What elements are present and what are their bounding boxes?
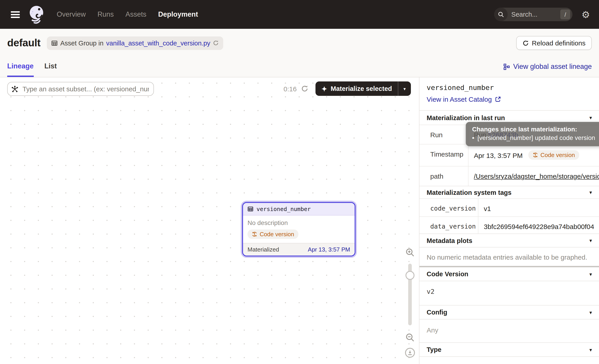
tabs-row: Lineage List View global asset lineage xyxy=(7,62,592,77)
path-label: path xyxy=(419,166,468,186)
tab-lineage[interactable]: Lineage xyxy=(7,62,34,77)
code-version-label: code_version xyxy=(419,199,478,217)
timestamp-value: Apr 13, 3:57 PM Code version xyxy=(468,144,599,166)
download-icon xyxy=(407,350,413,355)
tooltip-item: • [versioned_number] updated code versio… xyxy=(472,134,599,141)
zoom-in-icon[interactable] xyxy=(405,247,415,257)
definition-code-version-value: v2 xyxy=(419,281,599,305)
main-area: 0:16 ✦ Materialize selected ▾ vers xyxy=(0,77,599,364)
search-box[interactable]: / xyxy=(494,8,573,21)
reload-definitions-button[interactable]: Reload definitions xyxy=(516,36,592,50)
data-version-label: data_version xyxy=(419,217,478,234)
section-config[interactable]: Config ▾ xyxy=(419,305,599,319)
search-shortcut-badge: / xyxy=(560,9,570,19)
chevron-down-icon: ▾ xyxy=(590,238,592,243)
section-type[interactable]: Type ▾ xyxy=(419,342,599,356)
nav-item-overview[interactable]: Overview xyxy=(57,10,86,18)
zoom-slider-track[interactable] xyxy=(408,264,412,325)
timestamp-row: Timestamp Apr 13, 3:57 PM Code version xyxy=(419,144,599,166)
panel-tail xyxy=(419,356,599,364)
lineage-graph-icon xyxy=(503,63,510,70)
zoom-out-icon[interactable] xyxy=(405,332,415,342)
canvas-actions: 0:16 ✦ Materialize selected ▾ xyxy=(283,81,411,96)
nav-item-runs[interactable]: Runs xyxy=(97,10,114,18)
path-value-link[interactable]: /Users/sryza/dagster_home/storage/versio xyxy=(474,172,599,180)
data-version-value: 3bfc269594ef649228e9a74bab00f04 xyxy=(478,217,599,234)
zoom-controls xyxy=(405,247,415,358)
nav-item-deployment[interactable]: Deployment xyxy=(158,10,198,18)
asset-node-footer: Materialized Apr 13, 3:57 PM xyxy=(243,243,355,256)
config-value-row: Any xyxy=(419,319,599,342)
dagster-logo xyxy=(27,5,45,24)
breadcrumb-file-link[interactable]: vanilla_asset_with_code_version.py xyxy=(106,39,210,47)
materialize-split-button: ✦ Materialize selected ▾ xyxy=(316,81,411,96)
chevron-down-icon: ▾ xyxy=(590,310,592,315)
nav-item-assets[interactable]: Assets xyxy=(125,10,147,18)
materialize-dropdown-button[interactable]: ▾ xyxy=(398,81,411,96)
title-row: default Asset Group in vanilla_asset_wit… xyxy=(7,36,592,50)
code-version-tag-row: code_version v1 xyxy=(419,199,599,217)
changes-tooltip: Changes since last materialization: • [v… xyxy=(466,122,599,146)
zoom-slider-handle[interactable] xyxy=(405,271,414,280)
asset-group-icon xyxy=(51,40,58,46)
asset-details-panel: versioned_number View in Asset Catalog M… xyxy=(419,77,599,364)
asset-node-title: versioned_number xyxy=(256,206,311,212)
external-link-icon xyxy=(495,96,501,102)
code-version-value: v1 xyxy=(478,199,599,217)
materialized-status: Materialized xyxy=(247,246,279,253)
search-input[interactable] xyxy=(508,11,560,18)
download-graph-button[interactable] xyxy=(405,348,415,358)
page-header: default Asset Group in vanilla_asset_wit… xyxy=(0,29,599,77)
path-row: path /Users/sryza/dagster_home/storage/v… xyxy=(419,166,599,186)
section-code-version[interactable]: Code Version ▾ xyxy=(419,267,599,281)
config-value: Any xyxy=(427,326,438,334)
view-global-asset-lineage-link[interactable]: View global asset lineage xyxy=(503,62,592,77)
refresh-timer: 0:16 xyxy=(283,85,297,93)
asset-node-versioned-number[interactable]: versioned_number No description Code ver… xyxy=(242,202,355,256)
page-title: default xyxy=(7,37,41,49)
chevron-down-icon: ▾ xyxy=(590,115,592,120)
asset-node-header: versioned_number xyxy=(243,203,355,216)
section-materialization-system-tags[interactable]: Materialization system tags ▾ xyxy=(419,186,599,199)
metadata-empty-message: No numeric metadata entries available to… xyxy=(419,247,599,266)
top-nav: Overview Runs Assets Deployment / ⚙ xyxy=(0,0,599,29)
chevron-down-icon: ▾ xyxy=(590,190,592,195)
timestamp-code-version-tag[interactable]: Code version xyxy=(528,150,579,160)
panel-title-block: versioned_number View in Asset Catalog xyxy=(419,77,599,110)
run-label: Run xyxy=(419,125,468,144)
chevron-down-icon: ▾ xyxy=(590,347,592,352)
menu-icon[interactable] xyxy=(11,11,20,18)
materialized-time-link[interactable]: Apr 13, 3:57 PM xyxy=(308,246,350,253)
breadcrumb: Asset Group in vanilla_asset_with_code_v… xyxy=(47,36,223,50)
tooltip-title: Changes since last materialization: xyxy=(472,126,599,133)
view-in-asset-catalog-link[interactable]: View in Asset Catalog xyxy=(427,95,501,103)
panel-asset-name: versioned_number xyxy=(427,84,592,92)
refresh-now-icon[interactable] xyxy=(301,85,308,92)
asset-subset-filter[interactable] xyxy=(7,82,154,96)
code-version-changed-icon xyxy=(252,231,257,237)
bullet-icon: • xyxy=(472,134,474,141)
code-version-changed-tag[interactable]: Code version xyxy=(247,229,298,239)
app: Overview Runs Assets Deployment / ⚙ defa… xyxy=(0,0,599,364)
asset-subset-input[interactable] xyxy=(22,85,150,93)
section-metadata-plots[interactable]: Metadata plots ▾ xyxy=(419,234,599,247)
asset-node-body: No description Code version xyxy=(243,216,355,243)
search-icon xyxy=(494,8,508,21)
lineage-canvas[interactable]: 0:16 ✦ Materialize selected ▾ vers xyxy=(0,77,419,364)
timestamp-label: Timestamp xyxy=(419,144,468,166)
primary-nav: Overview Runs Assets Deployment xyxy=(57,10,198,18)
data-version-row: data_version 3bfc269594ef649228e9a74bab0… xyxy=(419,217,599,234)
table-icon xyxy=(247,206,253,212)
sparkle-icon: ✦ xyxy=(321,85,327,92)
code-version-changed-icon xyxy=(532,152,538,158)
refresh-icon xyxy=(522,40,529,46)
materialize-selected-button[interactable]: ✦ Materialize selected xyxy=(316,81,398,96)
reload-location-icon[interactable] xyxy=(213,40,219,46)
breadcrumb-prefix: Asset Group in xyxy=(60,39,104,47)
gear-icon[interactable]: ⚙ xyxy=(581,10,590,19)
asset-graph-icon xyxy=(11,85,18,93)
chevron-down-icon: ▾ xyxy=(590,271,592,277)
tab-list[interactable]: List xyxy=(44,62,57,77)
asset-node-description: No description xyxy=(247,219,350,226)
